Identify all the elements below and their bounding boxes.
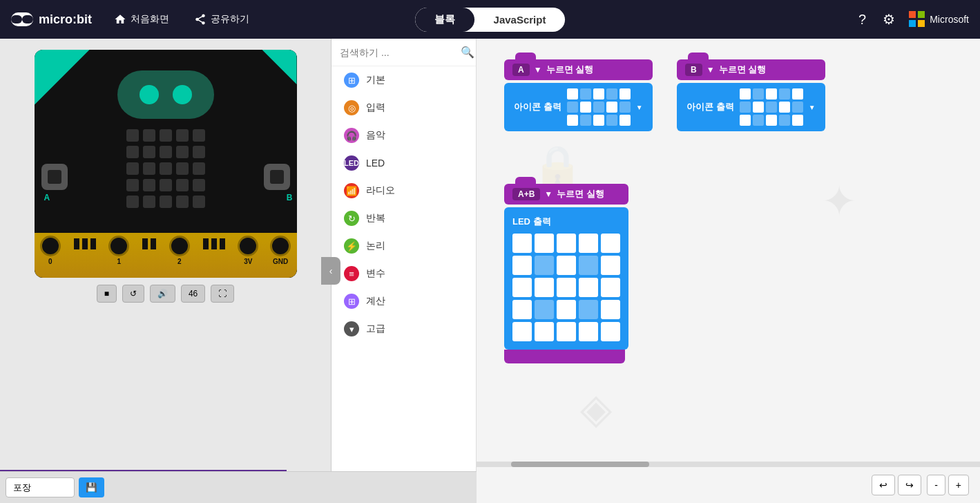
led-out-4-2[interactable] [557, 322, 576, 341]
action-block-b[interactable]: 아이콘 출력 ▼ [677, 83, 825, 131]
led-out-2-4[interactable] [601, 278, 620, 297]
hat-block-b[interactable]: B ▼ 누르면 실행 [677, 59, 825, 80]
more-dot: ▾ [344, 321, 359, 336]
led-label: LED [366, 158, 385, 169]
pins-small-3 [202, 236, 227, 249]
led-3-0 [126, 179, 139, 191]
menu-item-radio[interactable]: 📶 라디오 [332, 177, 476, 205]
button-a[interactable] [41, 164, 68, 190]
blocks-menu: 🔍 ⊞ 기본 ◎ 입력 🎧 음악 LED LED 📶 라디오 ↻ 반복 ⚡ 논리 [332, 39, 477, 503]
led-out-4-4[interactable] [601, 322, 620, 341]
workspace-scrollbar-track[interactable] [477, 462, 980, 467]
pin-0-label: 0 [48, 258, 52, 265]
right-eye [173, 85, 192, 104]
led-4-1 [143, 196, 155, 208]
undo-button[interactable]: ↩ [872, 475, 895, 495]
tab-javascript[interactable]: JavaScript [474, 8, 566, 32]
settings-button[interactable]: ⚙ [880, 8, 898, 30]
led-out-3-0[interactable] [512, 300, 532, 319]
hat-block-a[interactable]: A ▼ 누르면 실행 [504, 59, 653, 80]
led-out-0-4[interactable] [601, 234, 620, 253]
sim-sound-button[interactable]: 🔊 [150, 285, 175, 303]
icon-grid-a [567, 88, 631, 126]
action-a-arrow[interactable]: ▼ [636, 104, 643, 111]
led-2-0 [126, 162, 139, 175]
pin-small-6 [203, 238, 209, 249]
led-out-4-1[interactable] [535, 322, 554, 341]
menu-item-input[interactable]: ◎ 입력 [332, 94, 476, 122]
led-out-4-0[interactable] [512, 322, 532, 341]
menu-item-music[interactable]: 🎧 음악 [332, 122, 476, 149]
led-out-1-4[interactable] [601, 256, 620, 275]
menu-item-led[interactable]: LED LED [332, 149, 476, 177]
menu-item-more[interactable]: ▾ 고급 [332, 315, 476, 343]
sim-stop-button[interactable]: ■ [97, 285, 117, 303]
basic-dot: ⊞ [344, 73, 359, 88]
redo-button[interactable]: ↪ [898, 475, 921, 495]
pin-gnd-label: GND [273, 258, 288, 265]
action-b-arrow[interactable]: ▼ [809, 104, 816, 111]
led-out-0-2[interactable] [557, 234, 576, 253]
bottom-save-button[interactable]: 💾 [79, 477, 104, 497]
sim-fullscreen-button[interactable]: ⛶ [211, 285, 234, 303]
led-1-2 [160, 146, 172, 158]
loop-label: 반복 [366, 212, 385, 225]
led-out-2-1[interactable] [535, 278, 554, 297]
led-out-3-2[interactable] [557, 300, 576, 319]
home-button[interactable]: 처음화면 [106, 9, 177, 30]
collapse-arrow[interactable]: ‹ [321, 257, 340, 285]
home-label: 처음화면 [131, 13, 169, 26]
menu-item-basic[interactable]: ⊞ 기본 [332, 66, 476, 94]
share-button[interactable]: 공유하기 [186, 9, 258, 30]
music-label: 음악 [366, 129, 385, 142]
pin-2: 2 [169, 236, 190, 265]
workspace-scrollbar-thumb[interactable] [511, 462, 649, 467]
help-button[interactable]: ? [856, 9, 869, 30]
led-4-4 [193, 196, 205, 208]
hat-block-ab[interactable]: A+B ▼ 누르면 실행 [504, 184, 628, 205]
workspace[interactable]: 🔒 0 ◈ ✦ A ▼ 누르면 실행 아이콘 출력 [477, 39, 980, 503]
zoom-out-button[interactable]: - [927, 475, 945, 495]
menu-item-loop[interactable]: ↻ 반복 [332, 205, 476, 232]
sim-speed-button[interactable]: 46 [181, 285, 205, 303]
tab-blocks[interactable]: 블록 [415, 8, 474, 32]
menu-item-calc[interactable]: ⊞ 계산 [332, 287, 476, 315]
led-out-1-1[interactable] [535, 256, 554, 275]
pin-3v-label: 3V [244, 258, 252, 265]
block-b-dropdown[interactable]: B [685, 64, 702, 76]
block-group-b: B ▼ 누르면 실행 아이콘 출력 [677, 59, 825, 131]
led-out-0-0[interactable] [512, 234, 532, 253]
bottom-name-input[interactable] [6, 477, 75, 497]
pin-small-1 [74, 238, 79, 249]
led-1-3 [176, 146, 189, 158]
led-out-1-2[interactable] [557, 256, 576, 275]
menu-item-var[interactable]: ≡ 변수 [332, 260, 476, 287]
led-out-4-3[interactable] [579, 322, 598, 341]
led-out-3-4[interactable] [601, 300, 620, 319]
sim-restart-button[interactable]: ↺ [122, 285, 144, 303]
led-out-0-1[interactable] [535, 234, 554, 253]
deco-3: ◈ [580, 384, 612, 433]
led-out-3-3[interactable] [579, 300, 598, 319]
led-3-2 [160, 179, 172, 191]
action-block-a[interactable]: 아이콘 출력 ▼ [504, 83, 653, 131]
nav-right: ? ⚙ Microsoft [856, 8, 969, 30]
led-out-2-2[interactable] [557, 278, 576, 297]
led-out-1-0[interactable] [512, 256, 532, 275]
center-tabs: 블록 JavaScript [415, 8, 566, 32]
block-ab-dropdown[interactable]: A+B [512, 188, 540, 200]
pins-row: 0 1 [35, 233, 297, 278]
block-a-hat-label: 누르면 실행 [546, 64, 594, 76]
led-output-block[interactable]: LED 출력 [504, 207, 628, 350]
led-out-1-3[interactable] [579, 256, 598, 275]
led-out-2-3[interactable] [579, 278, 598, 297]
block-group-a: A ▼ 누르면 실행 아이콘 출력 [504, 59, 653, 131]
led-out-0-3[interactable] [579, 234, 598, 253]
led-out-2-0[interactable] [512, 278, 532, 297]
menu-item-logic[interactable]: ⚡ 논리 [332, 232, 476, 260]
block-a-dropdown[interactable]: A [512, 64, 530, 76]
zoom-in-button[interactable]: + [948, 475, 969, 495]
button-b[interactable] [264, 164, 290, 190]
search-input[interactable] [340, 47, 461, 58]
led-out-3-1[interactable] [535, 300, 554, 319]
